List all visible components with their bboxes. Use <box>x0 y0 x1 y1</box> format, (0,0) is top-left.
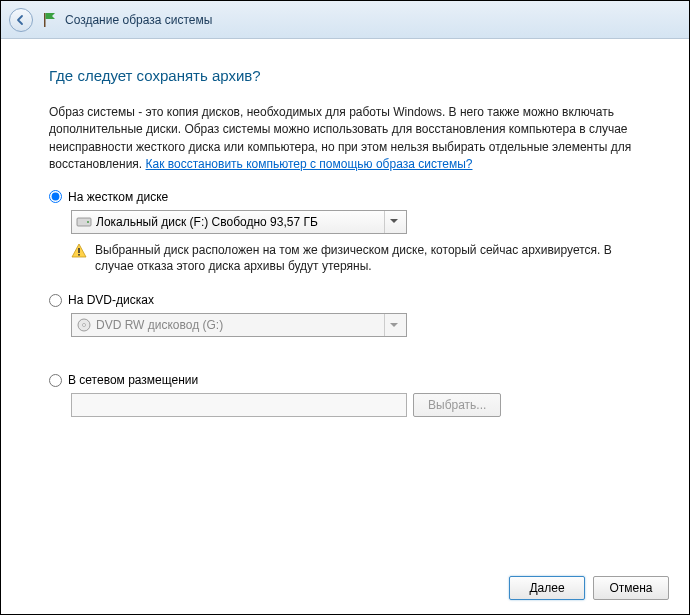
radio-hdd-label: На жестком диске <box>68 190 168 204</box>
svg-rect-3 <box>78 248 80 253</box>
chevron-down-icon <box>384 314 402 336</box>
page-heading: Где следует сохранять архив? <box>49 67 641 84</box>
content-area: Где следует сохранять архив? Образ систе… <box>1 39 689 562</box>
dvd-drive-dropdown[interactable]: DVD RW дисковод (G:) <box>71 313 407 337</box>
arrow-left-icon <box>15 14 27 26</box>
chevron-down-icon <box>384 211 402 233</box>
next-button[interactable]: Далее <box>509 576 585 600</box>
radio-network-label: В сетевом размещении <box>68 373 198 387</box>
description-text: Образ системы - это копия дисков, необхо… <box>49 104 641 174</box>
titlebar: Создание образа системы <box>1 1 689 39</box>
radio-dvd[interactable] <box>49 294 62 307</box>
hard-drive-icon <box>76 214 92 230</box>
svg-rect-4 <box>78 254 80 256</box>
backup-flag-icon <box>41 11 59 29</box>
radio-dvd-label: На DVD-дисках <box>68 293 154 307</box>
network-controls: Выбрать... <box>71 393 641 417</box>
cancel-button[interactable]: Отмена <box>593 576 669 600</box>
hdd-selected-value: Локальный диск (F:) Свободно 93,57 ГБ <box>96 215 384 229</box>
hdd-warning-text: Выбранный диск расположен на том же физи… <box>95 242 641 276</box>
option-hdd: На жестком диске Локальный диск (F:) Сво… <box>49 190 641 276</box>
option-dvd: На DVD-дисках DVD RW дисковод (G:) <box>49 293 641 337</box>
hdd-controls: Локальный диск (F:) Свободно 93,57 ГБ Вы… <box>71 210 641 276</box>
dvd-selected-value: DVD RW дисковод (G:) <box>96 318 384 332</box>
hdd-drive-dropdown[interactable]: Локальный диск (F:) Свободно 93,57 ГБ <box>71 210 407 234</box>
help-link[interactable]: Как восстановить компьютер с помощью обр… <box>146 157 473 171</box>
svg-point-2 <box>87 221 89 223</box>
radio-hdd-row[interactable]: На жестком диске <box>49 190 641 204</box>
svg-point-6 <box>83 324 86 327</box>
window-title: Создание образа системы <box>65 13 212 27</box>
radio-network[interactable] <box>49 374 62 387</box>
dvd-drive-icon <box>76 317 92 333</box>
network-path-input[interactable] <box>71 393 407 417</box>
back-button[interactable] <box>9 8 33 32</box>
radio-dvd-row[interactable]: На DVD-дисках <box>49 293 641 307</box>
hdd-warning: Выбранный диск расположен на том же физи… <box>71 242 641 276</box>
footer: Далее Отмена <box>1 562 689 614</box>
radio-network-row[interactable]: В сетевом размещении <box>49 373 641 387</box>
warning-icon <box>71 243 87 259</box>
dvd-controls: DVD RW дисковод (G:) <box>71 313 641 337</box>
browse-button[interactable]: Выбрать... <box>413 393 501 417</box>
radio-hdd[interactable] <box>49 190 62 203</box>
svg-rect-0 <box>44 13 46 27</box>
system-image-wizard: Создание образа системы Где следует сохр… <box>1 1 689 614</box>
option-network: В сетевом размещении Выбрать... <box>49 373 641 417</box>
